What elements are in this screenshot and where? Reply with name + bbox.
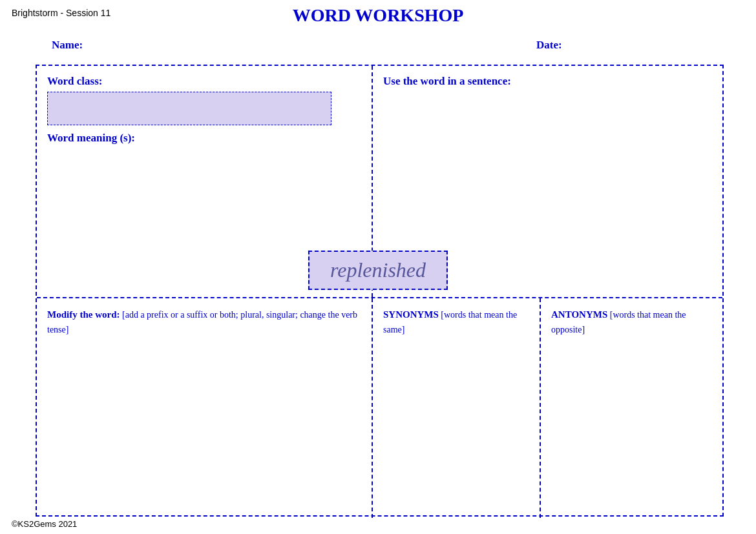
word-class-input-box[interactable] [47,92,331,125]
name-label: Name: [52,39,83,52]
modify-label: Modify the word: [add a prefix or a suff… [47,307,361,336]
word-class-label: Word class: [47,75,361,88]
date-label: Date: [536,39,562,52]
antonyms-label: ANTONYMS [words that mean the opposite] [551,307,712,336]
bottom-left-panel: Modify the word: [add a prefix or a suff… [37,298,373,518]
bottom-middle-panel: SYNONYMS [words that mean the same] [373,298,541,518]
center-word: replenished [308,251,448,290]
center-word-container: replenished [308,251,448,290]
bottom-section: Modify the word: [add a prefix or a suff… [37,298,722,518]
use-word-label: Use the word in a sentence: [383,75,712,88]
synonyms-label: SYNONYMS [words that mean the same] [383,307,529,336]
bottom-right-panel: ANTONYMS [words that mean the opposite] [541,298,722,518]
page-title: WORD WORKSHOP [293,5,464,26]
session-label: Brightstorm - Session 11 [12,8,110,18]
antonyms-bold: ANTONYMS [551,309,607,320]
footer-copyright: ©KS2Gems 2021 [12,519,77,529]
modify-label-bold: Modify the word: [47,309,120,320]
main-container: Word class: Word meaning (s): Use the wo… [36,65,724,517]
word-meaning-label: Word meaning (s): [47,132,361,145]
synonyms-bold: SYNONYMS [383,309,439,320]
